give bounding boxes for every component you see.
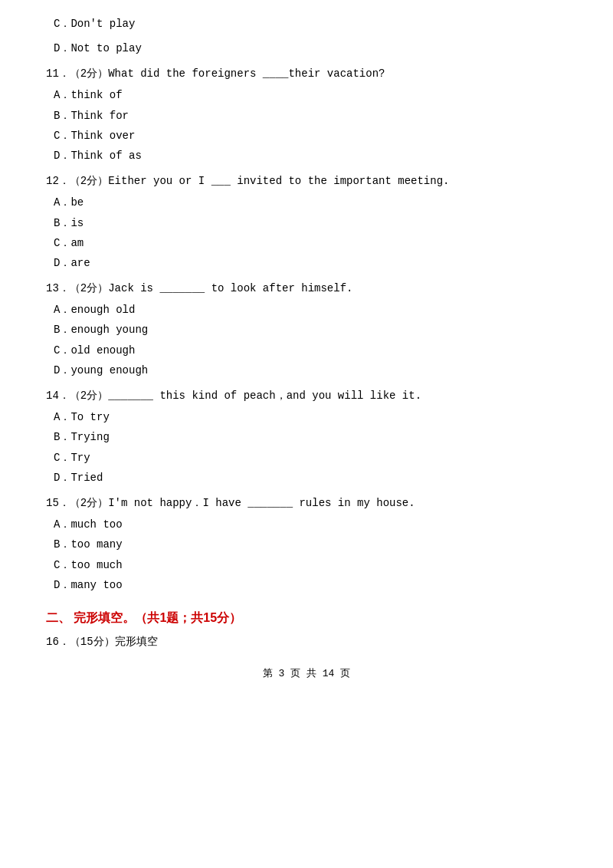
section-2-header: 二、 完形填空。（共1题；共15分） [46,608,567,628]
q12-option-d: D．are [46,255,567,271]
question-14-block: 14．（2分）_______ this kind of peach，and yo… [46,387,567,487]
q15-option-c: C．too much [46,557,567,574]
q15-option-a: A．much too [46,516,567,533]
q12-option-c: C．am [46,235,567,252]
option-d-not-play: D．Not to play [46,40,567,57]
q13-option-c: C．old enough [46,342,567,359]
q12-option-a: A．be [46,194,567,211]
question-12-text: 12．（2分）Either you or I ___ invited to th… [46,173,567,189]
q14-option-d: D．Tried [46,469,567,486]
q13-option-d: D．young enough [46,362,567,379]
q14-option-a: A．To try [46,409,567,426]
q15-option-d: D．many too [46,577,567,593]
q12-option-b: B．is [46,215,567,232]
q11-option-b: B．Think for [46,107,567,124]
question-13-block: 13．（2分）Jack is _______ to look after him… [46,280,567,380]
question-11-text: 11．（2分）What did the foreigners ____their… [46,65,567,82]
option-d-text: D．Not to play [46,40,567,57]
question-12-block: 12．（2分）Either you or I ___ invited to th… [46,173,567,272]
question-16-text: 16．（15分）完形填空 [46,633,567,650]
q14-option-b: B．Trying [46,429,567,446]
q14-option-c: C．Try [46,449,567,466]
question-11-block: 11．（2分）What did the foreigners ____their… [46,65,567,165]
option-c-dont-play: C．Don't play [46,15,567,32]
question-15-block: 15．（2分）I'm not happy．I have _______ rule… [46,495,567,594]
q13-option-a: A．enough old [46,301,567,318]
question-15-text: 15．（2分）I'm not happy．I have _______ rule… [46,495,567,511]
q15-option-b: B．too many [46,536,567,553]
question-14-text: 14．（2分）_______ this kind of peach，and yo… [46,387,567,404]
page-info-text: 第 3 页 共 14 页 [263,668,350,679]
q11-option-c: C．Think over [46,127,567,144]
q11-option-a: A．think of [46,87,567,104]
question-16-block: 16．（15分）完形填空 [46,633,567,650]
option-c-text: C．Don't play [46,15,567,32]
page-footer: 第 3 页 共 14 页 [46,666,567,682]
q13-option-b: B．enough young [46,321,567,338]
q11-option-d: D．Think of as [46,147,567,164]
question-13-text: 13．（2分）Jack is _______ to look after him… [46,280,567,297]
